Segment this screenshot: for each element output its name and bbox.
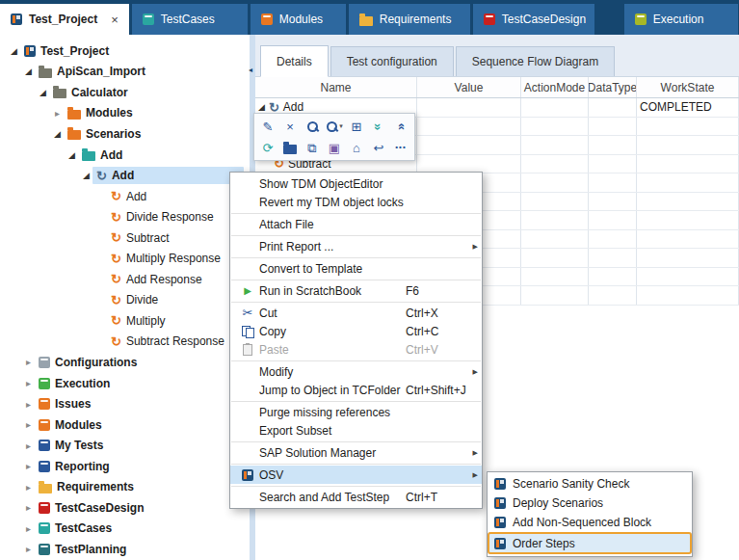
tree-item-modules[interactable]: ▸Modules — [0, 414, 250, 436]
dropdown-caret-icon[interactable]: ▾ — [339, 122, 343, 130]
menu-item-jump-to-object-in-tcfolder[interactable]: Jump to Object in TCFolderCtrl+Shift+J — [230, 381, 482, 399]
collapsed-arrow-icon[interactable]: ▸ — [22, 419, 35, 430]
tree-item-my-tests[interactable]: ▸My Tests — [0, 435, 250, 456]
marker-button[interactable]: ⌂ — [347, 138, 366, 157]
menu-item-paste[interactable]: PasteCtrl+V — [230, 340, 482, 359]
menu-item-show-tdm-objecteditor[interactable]: Show TDM ObjectEditor — [230, 174, 482, 193]
edit-button[interactable]: ✎ — [258, 117, 277, 136]
collapse-all-button[interactable]: » — [369, 117, 388, 136]
more-options-icon: ••• — [395, 144, 406, 151]
tab-test-configuration[interactable]: Test configuration — [330, 46, 454, 76]
row-cell — [637, 118, 739, 136]
collapsed-arrow-icon[interactable]: ▸ — [22, 523, 35, 534]
expanded-arrow-icon[interactable]: ◢ — [80, 171, 92, 180]
tree-item-test-project[interactable]: ◢Test_Project — [0, 40, 250, 62]
refresh-button[interactable]: ⟳ — [258, 138, 277, 157]
expanded-arrow-icon[interactable]: ◢ — [51, 129, 64, 139]
workspace-tab-modules[interactable]: Modules — [251, 4, 346, 35]
layers-button[interactable]: ⧉ — [303, 138, 322, 157]
step-icon: ↻ — [111, 211, 121, 224]
expanded-arrow-icon[interactable]: ◢ — [258, 102, 265, 112]
tab-sequence-flow-diagram[interactable]: Sequence Flow Diagram — [456, 46, 615, 76]
tree-item-testcasedesign[interactable]: ▸TestCaseDesign — [0, 497, 250, 519]
collapsed-arrow-icon[interactable]: ▸ — [22, 399, 35, 410]
menu-item-shortcut: Ctrl+T — [406, 491, 467, 504]
tree-item-add-response[interactable]: ↻Add Response — [0, 269, 250, 290]
tree-item-add[interactable]: ◢Add — [0, 145, 250, 166]
collapse-panel-icon[interactable]: ◂ — [249, 66, 252, 74]
submenu-item-add-non-sequenced-block[interactable]: Add Non-Sequenced Block — [488, 513, 692, 532]
column-header-workstate[interactable]: WorkState — [637, 77, 739, 97]
column-header-value[interactable]: Value — [417, 77, 521, 97]
workspace-tab-testcasedesign[interactable]: TestCaseDesign — [473, 4, 594, 35]
expanded-arrow-icon[interactable]: ◢ — [8, 46, 20, 56]
expanded-arrow-icon[interactable]: ◢ — [22, 67, 35, 76]
menu-item-attach-file[interactable]: Attach File — [230, 215, 482, 233]
menu-item-revert-my-tdm-object-locks[interactable]: Revert my TDM object locks — [230, 193, 482, 211]
tree-item-reporting[interactable]: ▸Reporting — [0, 456, 250, 477]
column-header-datatype[interactable]: DataType — [589, 77, 637, 97]
jump-back-button[interactable]: ↩ — [369, 138, 388, 157]
tree-item-divide[interactable]: ↻Divide — [0, 290, 250, 311]
expanded-arrow-icon[interactable]: ◢ — [66, 150, 78, 160]
menu-item-modify[interactable]: Modify▶ — [230, 362, 482, 381]
frame-button[interactable]: ▣ — [325, 138, 344, 157]
workspace-tab-execution[interactable]: Execution — [624, 4, 738, 35]
collapsed-arrow-icon[interactable]: ▸ — [22, 357, 35, 367]
column-header-actionmode[interactable]: ActionMode — [521, 77, 589, 97]
menu-item-export-subset[interactable]: Export Subset — [230, 421, 482, 440]
workspace-tab-requirements[interactable]: Requirements — [349, 4, 470, 35]
submenu-item-scenario-sanity-check[interactable]: Scenario Sanity Check — [488, 474, 692, 493]
tree-item-testcases[interactable]: ▸TestCases — [0, 519, 250, 540]
submenu-item-deploy-scenarios[interactable]: Deploy Scenarios — [488, 493, 692, 513]
add-item-button[interactable]: ⊞ — [347, 117, 366, 136]
tree-item-multiply[interactable]: ↻Multiply — [0, 310, 250, 332]
tree-item-add[interactable]: ◢↻Add — [0, 165, 250, 186]
collapsed-arrow-icon[interactable]: ▸ — [22, 544, 35, 554]
menu-item-purge-missing-references[interactable]: Purge missing references — [230, 403, 482, 421]
tree-item-subtract-response[interactable]: ↻Subtract Response — [0, 332, 250, 353]
collapsed-arrow-icon[interactable]: ▸ — [22, 440, 35, 451]
tree-item-issues[interactable]: ▸Issues — [0, 393, 250, 414]
expand-all-button[interactable]: » — [391, 117, 410, 136]
menu-item-osv[interactable]: OSV▶ — [230, 466, 482, 484]
tree-item-subtract[interactable]: ↻Subtract — [0, 227, 250, 249]
tab-details[interactable]: Details — [260, 45, 329, 77]
zoom-button[interactable] — [303, 117, 322, 136]
menu-item-convert-to-template[interactable]: Convert to Template — [230, 259, 482, 278]
collapsed-arrow-icon[interactable]: ▸ — [22, 482, 35, 493]
collapsed-arrow-icon[interactable]: ▸ — [22, 378, 35, 388]
menu-item-search-and-add-teststep[interactable]: Search and Add TestStepCtrl+T — [230, 488, 482, 506]
delete-button[interactable]: × — [280, 117, 300, 136]
expanded-arrow-icon[interactable]: ◢ — [37, 88, 49, 97]
workspace-tab-testcases[interactable]: TestCases — [132, 4, 248, 35]
tree-item-calculator[interactable]: ◢Calculator — [0, 82, 250, 103]
menu-item-run-in-scratchbook[interactable]: ▶Run in ScratchBookF6 — [230, 281, 482, 300]
tree-item-scenarios[interactable]: ◢Scenarios — [0, 123, 250, 145]
tree-item-divide-response[interactable]: ↻Divide Response — [0, 206, 250, 227]
collapsed-arrow-icon[interactable]: ▸ — [22, 461, 35, 471]
tab-close-icon[interactable]: × — [111, 13, 119, 27]
workspace-tab-test-project[interactable]: Test_Project× — [0, 4, 129, 35]
collapsed-arrow-icon[interactable]: ▸ — [22, 502, 35, 513]
tree-item-modules[interactable]: ▸Modules — [0, 103, 250, 124]
tree-item-apiscan-import[interactable]: ◢ApiScan_Import — [0, 62, 250, 83]
zoom-options-button[interactable]: ▾ — [325, 117, 344, 136]
submenu-arrow-icon: ▶ — [467, 449, 478, 457]
menu-item-copy[interactable]: CopyCtrl+C — [230, 322, 482, 340]
column-header-name[interactable]: Name — [255, 77, 417, 97]
tree-item-requirements[interactable]: ▸Requirements — [0, 476, 250, 497]
tree-item-add[interactable]: ↻Add — [0, 186, 250, 207]
submenu-item-order-steps[interactable]: Order Steps — [488, 532, 692, 554]
collapsed-arrow-icon[interactable]: ▸ — [51, 108, 64, 119]
tree-item-testplanning[interactable]: ▸TestPlanning — [0, 539, 250, 560]
tree-item-multiply-response[interactable]: ↻Multiply Response — [0, 248, 250, 269]
menu-item-print-report[interactable]: Print Report ...▶ — [230, 237, 482, 255]
tree-item-configurations[interactable]: ▸Configurations — [0, 352, 250, 373]
tree-item-execution[interactable]: ▸Execution — [0, 373, 250, 394]
collapse-all-icon: » — [372, 122, 384, 129]
menu-item-cut[interactable]: ✂CutCtrl+X — [230, 304, 482, 322]
more-options-button[interactable]: ••• — [391, 138, 410, 157]
folder-button[interactable] — [280, 138, 300, 157]
menu-item-sap-solution-manager[interactable]: SAP Solution Manager▶ — [230, 443, 482, 462]
